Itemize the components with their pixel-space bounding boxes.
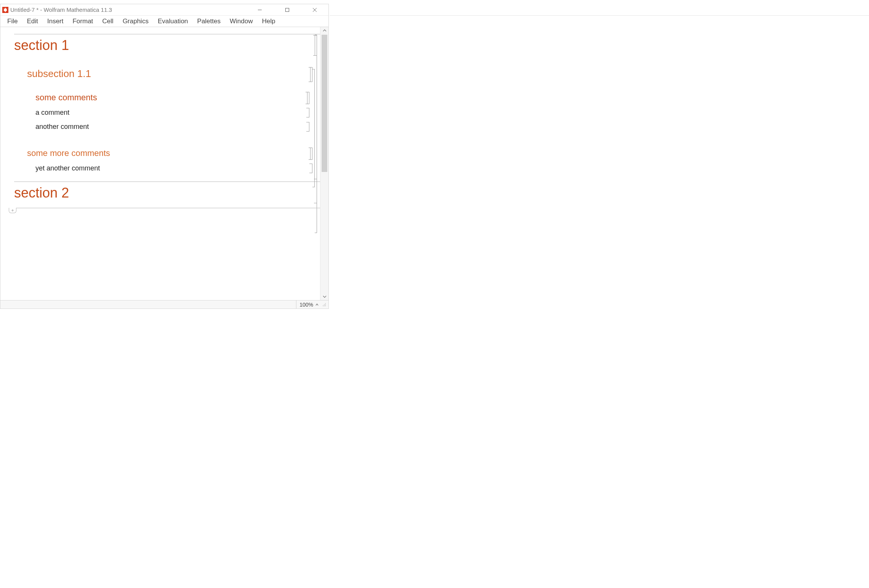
another-comment-text: another comment	[35, 123, 89, 130]
vertical-scrollbar[interactable]	[320, 27, 328, 300]
menu-insert[interactable]: Insert	[43, 16, 68, 27]
scroll-down-button[interactable]	[320, 293, 328, 300]
section-1-text: section 1	[14, 37, 69, 53]
resize-grip-icon[interactable]	[322, 302, 327, 307]
menu-window[interactable]: Window	[225, 16, 257, 27]
svg-point-7	[324, 304, 325, 305]
svg-point-8	[325, 304, 326, 305]
some-more-comments-text: some more comments	[27, 148, 110, 158]
scroll-up-button[interactable]	[320, 27, 328, 34]
menu-format[interactable]: Format	[68, 16, 98, 27]
some-comments-text: some comments	[35, 93, 97, 102]
menu-help[interactable]: Help	[257, 16, 280, 27]
statusbar: 100%	[0, 300, 328, 308]
a-comment-text: a comment	[35, 109, 69, 116]
menu-evaluation[interactable]: Evaluation	[153, 16, 192, 27]
cell-section-2[interactable]: section 2	[0, 182, 320, 204]
background-divider	[330, 15, 869, 16]
cells-container: section 1 subsection 1.1 some comments a…	[0, 27, 320, 213]
cell-bracket-icon[interactable]	[309, 148, 312, 160]
titlebar[interactable]: Untitled-7 * - Wolfram Mathematica 11.3	[0, 4, 328, 16]
window-controls	[246, 4, 328, 16]
client-area: section 1 subsection 1.1 some comments a…	[0, 27, 328, 300]
cell-bracket-icon[interactable]	[309, 67, 312, 82]
cell-subsubsection-some-comments[interactable]: some comments	[0, 83, 320, 105]
svg-point-6	[325, 303, 326, 304]
cell-subsection-some-more-comments[interactable]: some more comments	[0, 133, 320, 161]
menu-palettes[interactable]: Palettes	[193, 16, 225, 27]
section-2-block: section 2	[0, 182, 320, 204]
cell-bracket-icon[interactable]	[306, 92, 309, 104]
cell-text-a-comment[interactable]: a comment	[0, 105, 320, 119]
chevron-up-icon	[315, 304, 319, 306]
menu-cell[interactable]: Cell	[98, 16, 118, 27]
window-title: Untitled-7 * - Wolfram Mathematica 11.3	[10, 6, 112, 13]
svg-point-10	[324, 305, 325, 306]
yet-another-comment-text: yet another comment	[35, 164, 100, 172]
cell-bracket-icon[interactable]	[314, 179, 317, 203]
svg-point-9	[323, 305, 323, 306]
insertion-line	[16, 208, 320, 208]
svg-rect-3	[286, 8, 289, 11]
subsection-1-1-text: subsection 1.1	[27, 68, 91, 79]
new-cell-plus-icon[interactable]: +	[9, 208, 16, 213]
close-button[interactable]	[301, 4, 328, 16]
zoom-value: 100%	[299, 302, 313, 308]
minimize-button[interactable]	[246, 4, 274, 16]
menu-graphics[interactable]: Graphics	[118, 16, 153, 27]
cell-bracket-icon[interactable]	[306, 122, 309, 132]
cell-bracket-icon[interactable]	[309, 164, 312, 173]
cell-text-another-comment[interactable]: another comment	[0, 119, 320, 133]
svg-point-11	[325, 305, 326, 306]
section-2-text: section 2	[14, 185, 69, 201]
maximize-button[interactable]	[274, 4, 301, 16]
mathematica-window: Untitled-7 * - Wolfram Mathematica 11.3 …	[0, 4, 329, 309]
cell-subsection-1-1[interactable]: subsection 1.1	[0, 56, 320, 83]
menubar: File Edit Insert Format Cell Graphics Ev…	[0, 16, 328, 27]
scroll-thumb[interactable]	[322, 35, 327, 172]
menu-file[interactable]: File	[3, 16, 22, 27]
zoom-control[interactable]: 100%	[296, 300, 322, 308]
insertion-bar[interactable]: +	[0, 208, 320, 213]
notebook[interactable]: section 1 subsection 1.1 some comments a…	[0, 27, 320, 300]
cell-text-yet-another-comment[interactable]: yet another comment	[0, 161, 320, 175]
menu-edit[interactable]: Edit	[22, 16, 42, 27]
cell-bracket-icon[interactable]	[306, 108, 309, 117]
app-icon	[2, 6, 9, 13]
cell-section-1[interactable]: section 1	[0, 34, 320, 56]
